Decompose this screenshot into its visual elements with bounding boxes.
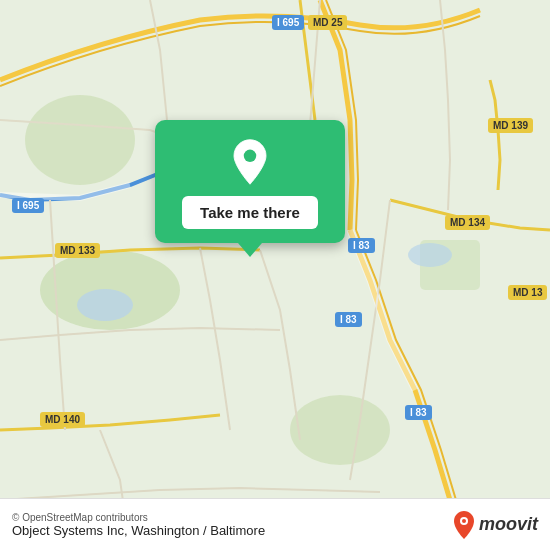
svg-point-4 bbox=[290, 395, 390, 465]
road-badge-md13: MD 13 bbox=[508, 285, 547, 300]
road-badge-i83-mid: I 83 bbox=[335, 312, 362, 327]
road-badge-md140: MD 140 bbox=[40, 412, 85, 427]
road-badge-i695-left: I 695 bbox=[12, 198, 44, 213]
svg-point-2 bbox=[25, 95, 135, 185]
take-me-there-button[interactable]: Take me there bbox=[182, 196, 318, 229]
road-badge-i83-lower: I 83 bbox=[405, 405, 432, 420]
road-badge-md139: MD 139 bbox=[488, 118, 533, 133]
map-svg bbox=[0, 0, 550, 550]
road-badge-i83-upper: I 83 bbox=[348, 238, 375, 253]
road-badge-md25: MD 25 bbox=[308, 15, 347, 30]
map-container: I 695 MD 133 MD 25 I 695 MD 139 MD 134 M… bbox=[0, 0, 550, 550]
popup-card: Take me there bbox=[155, 120, 345, 243]
road-badge-i695-top: I 695 bbox=[272, 15, 304, 30]
moovit-brand-text: moovit bbox=[479, 514, 538, 535]
bottom-bar: © OpenStreetMap contributors Object Syst… bbox=[0, 498, 550, 550]
location-pin-icon bbox=[226, 138, 274, 186]
road-badge-md133: MD 133 bbox=[55, 243, 100, 258]
attribution-text: © OpenStreetMap contributors bbox=[12, 512, 265, 523]
svg-point-9 bbox=[462, 519, 466, 523]
location-text: Object Systems Inc, Washington / Baltimo… bbox=[12, 523, 265, 538]
bottom-bar-info: © OpenStreetMap contributors Object Syst… bbox=[12, 512, 265, 538]
svg-point-6 bbox=[408, 243, 452, 267]
svg-point-7 bbox=[244, 150, 256, 162]
road-badge-md134: MD 134 bbox=[445, 215, 490, 230]
moovit-logo: moovit bbox=[453, 510, 538, 540]
moovit-pin-icon bbox=[453, 510, 475, 540]
svg-point-5 bbox=[77, 289, 133, 321]
